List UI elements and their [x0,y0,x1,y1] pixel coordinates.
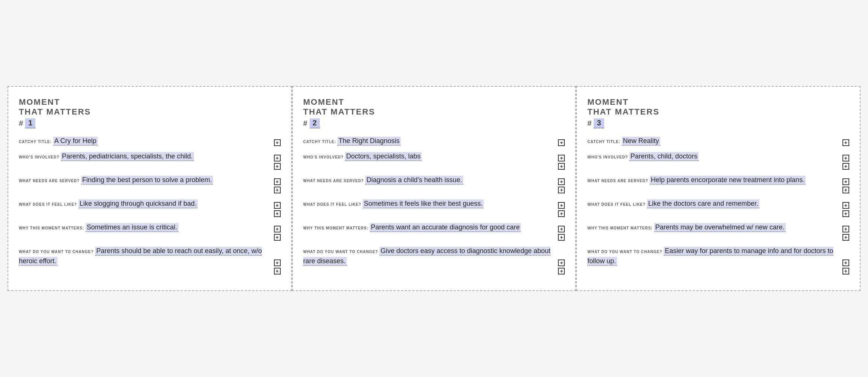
add-button[interactable]: + [274,202,281,209]
moment-title: MOMENTTHAT MATTERS [19,97,281,117]
add-button[interactable]: + [842,178,849,185]
section-group-3: WHAT DOES IT FEEL LIKE? Sometimes it fee… [303,199,565,217]
add-button[interactable]: + [274,226,281,232]
section-group-5: WHAT DO YOU WANT TO CHANGE? Parents shou… [19,246,281,274]
section-continuation-row-4: + [587,233,849,241]
section-label: WHY THIS MOMENT MATTERS: [587,226,654,230]
section-row-0: CATCHY TITLE: A Cry for Help+ [19,136,281,146]
add-button[interactable]: + [558,178,565,185]
add-button[interactable]: + [842,139,849,146]
section-continuation-text [19,210,274,217]
section-label: WHAT DOES IT FEEL LIKE? [303,202,363,207]
section-row-0: CATCHY TITLE: The Right Diagnosis+ [303,136,565,146]
section-value-inline: Parents may be overwhelmed w/ new care. [654,223,786,232]
section-text-part: WHO'S INVOLVED? Doctors, specialists, la… [303,151,558,161]
add-button[interactable]: + [558,226,565,232]
section-group-3: WHAT DOES IT FEEL LIKE? Like slogging th… [19,199,281,217]
add-button[interactable]: + [274,178,281,185]
section-label: WHAT NEEDS ARE SERVED? [303,179,366,183]
section-label: WHAT DOES IT FEEL LIKE? [587,202,647,207]
section-label: CATCHY TITLE: [303,140,337,144]
section-group-0: CATCHY TITLE: The Right Diagnosis+ [303,136,565,146]
add-button[interactable]: + [558,259,565,266]
add-button-2[interactable]: + [558,210,565,217]
section-label: WHAT NEEDS ARE SERVED? [19,179,81,183]
section-continuation-row-2: + [19,186,281,193]
section-group-0: CATCHY TITLE: New Reality+ [587,136,849,146]
section-continuation-row-2: + [303,186,565,193]
card-header: MOMENTTHAT MATTERS#3 [587,97,849,129]
add-button-2[interactable]: + [558,163,565,170]
add-button-2[interactable]: + [274,268,281,274]
section-label: WHY THIS MOMENT MATTERS: [19,226,85,230]
section-continuation-row-4: + [303,233,565,241]
add-button[interactable]: + [274,259,281,266]
section-label: WHAT DOES IT FEEL LIKE? [19,202,79,207]
add-button[interactable]: + [558,155,565,161]
moment-title: MOMENTTHAT MATTERS [303,97,565,117]
cards-container: MOMENTTHAT MATTERS#1CATCHY TITLE: A Cry … [8,86,860,291]
moment-title-line1: MOMENT [587,97,629,107]
section-label: CATCHY TITLE: [19,140,53,144]
card-header: MOMENTTHAT MATTERS#2 [303,97,565,129]
section-label: WHAT NEEDS ARE SERVED? [587,179,650,183]
section-text-part: WHO'S INVOLVED? Parents, pediatricians, … [19,151,274,161]
moment-title-line2: THAT MATTERS [587,107,659,116]
section-continuation-row-1: + [303,162,565,170]
add-button[interactable]: + [842,202,849,209]
section-continuation-row-5: + [303,267,565,274]
section-text-part: CATCHY TITLE: New Reality [587,136,842,146]
add-button-2[interactable]: + [274,234,281,241]
add-button[interactable]: + [558,202,565,209]
section-continuation-text [587,268,842,274]
add-button-2[interactable]: + [842,210,849,217]
section-label: WHAT DO YOU WANT TO CHANGE? [303,250,380,254]
section-label-row-1: WHO'S INVOLVED? Doctors, specialists, la… [303,151,565,161]
add-button-2[interactable]: + [842,234,849,241]
add-button-2[interactable]: + [274,210,281,217]
section-value-inline: Parents want an accurate diagnosis for g… [370,223,521,232]
add-button-2[interactable]: + [842,268,849,274]
add-button[interactable]: + [842,259,849,266]
add-button-2[interactable]: + [558,187,565,193]
add-button[interactable]: + [842,155,849,161]
section-group-5: WHAT DO YOU WANT TO CHANGE? Easier way f… [587,246,849,274]
section-continuation-text [303,163,558,170]
section-continuation-text [303,187,558,193]
add-button-2[interactable]: + [558,234,565,241]
section-continuation-text [303,210,558,217]
section-value-inline: Sometimes an issue is critical. [86,223,178,232]
section-text-part: WHY THIS MOMENT MATTERS: Parents may be … [587,222,842,232]
section-label: WHO'S INVOLVED? [587,155,629,159]
moment-title-line1: MOMENT [303,97,345,107]
card-header: MOMENTTHAT MATTERS#1 [19,97,281,129]
section-continuation-text [587,163,842,170]
section-text-part: WHAT NEEDS ARE SERVED? Finding the best … [19,175,274,185]
moment-title-line2: THAT MATTERS [303,107,375,116]
section-text-part: WHAT DO YOU WANT TO CHANGE? Parents shou… [19,246,274,266]
section-continuation-row-3: + [19,210,281,217]
add-button[interactable]: + [274,155,281,161]
add-button[interactable]: + [558,139,565,146]
section-value-inline: Doctors, specialists, labs [345,152,422,161]
add-button-2[interactable]: + [842,187,849,193]
section-continuation-text [19,163,274,170]
section-label-row-3: WHAT DOES IT FEEL LIKE? Sometimes it fee… [303,199,565,209]
section-label-row-4: WHY THIS MOMENT MATTERS: Sometimes an is… [19,222,281,232]
section-value-inline: Diagnosis a child's health issue. [365,176,463,185]
section-value-inline: Parents, pediatricians, specialists, the… [61,152,194,161]
section-group-4: WHY THIS MOMENT MATTERS: Sometimes an is… [19,222,281,241]
add-button[interactable]: + [274,139,281,146]
section-continuation-row-1: + [587,162,849,170]
add-button-2[interactable]: + [842,163,849,170]
section-continuation-text [303,234,558,241]
add-button-2[interactable]: + [274,163,281,170]
add-button-2[interactable]: + [558,268,565,274]
section-value: New Reality [622,137,660,146]
add-button-2[interactable]: + [274,187,281,193]
moment-number: 1 [25,118,35,128]
section-label-row-1: WHO'S INVOLVED? Parents, pediatricians, … [19,151,281,161]
section-text-part: WHAT NEEDS ARE SERVED? Diagnosis a child… [303,175,558,185]
add-button[interactable]: + [842,226,849,232]
section-group-2: WHAT NEEDS ARE SERVED? Diagnosis a child… [303,175,565,193]
